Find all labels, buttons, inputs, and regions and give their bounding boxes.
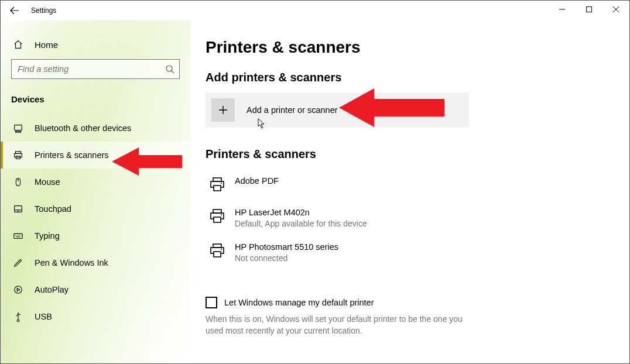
sidebar-item-label: AutoPlay	[35, 285, 69, 294]
settings-window: Settings Home	[0, 0, 630, 364]
svg-rect-5	[15, 153, 22, 157]
printer-icon	[206, 175, 229, 195]
sidebar-item-label: Printers & scanners	[35, 150, 109, 160]
svg-rect-24	[214, 252, 221, 257]
svg-rect-12	[14, 233, 22, 238]
home-icon	[11, 39, 25, 50]
default-printer-hint: When this is on, Windows will set your d…	[206, 313, 475, 336]
list-section-title: Printers & scanners	[206, 147, 614, 161]
page-title: Printers & scanners	[206, 38, 614, 57]
window-title: Settings	[31, 6, 56, 15]
minimize-icon	[559, 6, 565, 12]
add-section-title: Add printers & scanners	[206, 71, 614, 84]
svg-rect-16	[214, 186, 221, 191]
svg-rect-18	[213, 210, 221, 213]
device-row[interactable]: Adobe PDF	[206, 169, 614, 201]
svg-rect-3	[16, 131, 21, 132]
add-printer-button[interactable]: Add a printer or scanner	[206, 92, 469, 128]
checkbox-icon	[206, 297, 217, 308]
device-status: Not connected	[235, 253, 338, 264]
arrow-left-icon	[10, 6, 19, 15]
svg-point-17	[221, 183, 222, 184]
touchpad-icon	[11, 204, 25, 214]
sidebar-nav: Bluetooth & other devices Printers & sca…	[1, 110, 190, 330]
sidebar-item-autoplay[interactable]: AutoPlay	[1, 276, 190, 303]
device-status: Default, App available for this device	[235, 218, 367, 229]
svg-rect-2	[15, 125, 22, 131]
usb-icon	[11, 311, 25, 322]
sidebar-item-label: Bluetooth & other devices	[35, 123, 131, 133]
sidebar-item-printers[interactable]: Printers & scanners	[1, 142, 190, 169]
printer-icon	[206, 241, 229, 261]
plus-icon	[211, 98, 235, 122]
close-button[interactable]	[602, 1, 629, 18]
svg-point-13	[15, 286, 22, 294]
svg-rect-4	[16, 152, 21, 154]
maximize-icon	[586, 6, 592, 12]
pen-icon	[11, 257, 25, 268]
sidebar-section-label: Devices	[1, 85, 190, 110]
window-controls	[549, 1, 629, 20]
svg-rect-14	[213, 178, 221, 181]
sidebar-item-pen[interactable]: Pen & Windows Ink	[1, 249, 190, 276]
device-row[interactable]: HP Photosmart 5510 series Not connected	[206, 235, 614, 270]
device-row[interactable]: HP LaserJet M402n Default, App available…	[206, 201, 614, 235]
device-name: Adobe PDF	[235, 175, 279, 187]
search-icon	[160, 64, 179, 74]
titlebar: Settings	[1, 1, 629, 20]
device-name: HP Photosmart 5510 series	[235, 241, 338, 253]
content-area: Printers & scanners Add printers & scann…	[190, 20, 629, 363]
sidebar-item-touchpad[interactable]: Touchpad	[1, 195, 190, 222]
maximize-button[interactable]	[576, 1, 602, 18]
svg-point-25	[221, 249, 222, 250]
sidebar-item-label: Touchpad	[35, 204, 71, 214]
svg-rect-20	[214, 217, 221, 222]
default-printer-label: Let Windows manage my default printer	[224, 298, 374, 307]
sidebar-item-mouse[interactable]: Mouse	[1, 169, 190, 195]
sidebar-item-label: Pen & Windows Ink	[35, 258, 108, 267]
sidebar-item-usb[interactable]: USB	[1, 303, 190, 330]
sidebar-home-label: Home	[35, 40, 58, 50]
sidebar-home[interactable]: Home	[1, 20, 190, 54]
sidebar-item-bluetooth[interactable]: Bluetooth & other devices	[1, 115, 190, 142]
add-printer-label: Add a printer or scanner	[246, 105, 338, 115]
autoplay-icon	[11, 284, 25, 295]
svg-rect-0	[587, 7, 592, 12]
search-box[interactable]	[11, 59, 180, 79]
sidebar-item-label: Mouse	[35, 177, 60, 187]
close-icon	[613, 6, 619, 12]
printer-icon	[11, 150, 25, 160]
sidebar: Home Devices Bluetooth & other devices	[1, 20, 190, 363]
sidebar-item-typing[interactable]: Typing	[1, 222, 190, 249]
svg-rect-22	[213, 244, 221, 248]
back-button[interactable]	[1, 1, 29, 20]
default-printer-checkbox[interactable]: Let Windows manage my default printer	[206, 297, 475, 308]
printer-icon	[206, 207, 229, 226]
sidebar-item-label: Typing	[35, 231, 60, 241]
mouse-icon	[11, 177, 25, 187]
minimize-button[interactable]	[549, 1, 576, 18]
svg-point-21	[221, 214, 222, 215]
search-input[interactable]	[12, 60, 160, 78]
keyboard-icon	[11, 231, 25, 241]
sidebar-item-label: USB	[35, 312, 52, 321]
svg-point-1	[166, 66, 172, 71]
device-icon	[11, 123, 25, 133]
device-name: HP LaserJet M402n	[235, 207, 367, 218]
